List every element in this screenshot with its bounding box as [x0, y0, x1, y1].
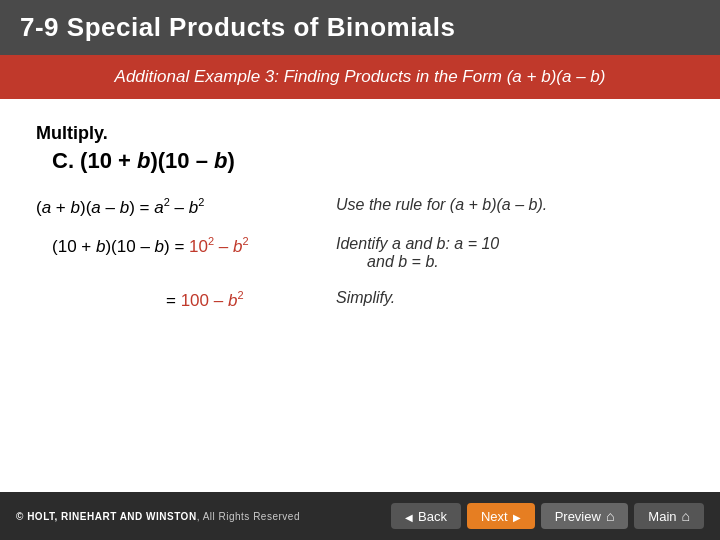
- step-1: (a + b)(a – b) = a2 – b2 Use the rule fo…: [36, 196, 684, 218]
- back-label: Back: [418, 509, 447, 524]
- step-1-note: Use the rule for (a + b)(a – b).: [316, 196, 684, 214]
- main-house-icon: [682, 508, 690, 524]
- main-button[interactable]: Main: [634, 503, 704, 529]
- preview-house-icon: [606, 508, 614, 524]
- multiply-label: Multiply.: [36, 123, 684, 144]
- copyright-text: © HOLT, RINEHART AND WINSTON, All Rights…: [16, 511, 300, 522]
- next-arrow-icon: [513, 509, 521, 524]
- preview-button[interactable]: Preview: [541, 503, 629, 529]
- step-2-math: (10 + b)(10 – b) = 102 – b2: [36, 235, 316, 257]
- preview-label: Preview: [555, 509, 601, 524]
- subheader-bar: Additional Example 3: Finding Products i…: [0, 55, 720, 99]
- step-2-note: Identify a and b: a = 10 and b = b.: [316, 235, 684, 271]
- back-button[interactable]: Back: [391, 503, 461, 529]
- problem-title: C. (10 + b)(10 – b): [36, 148, 684, 174]
- footer-bar: © HOLT, RINEHART AND WINSTON, All Rights…: [0, 492, 720, 540]
- step-3: = 100 – b2 Simplify.: [36, 289, 684, 311]
- header-title: 7-9 Special Products of Binomials: [20, 12, 456, 42]
- page-header: 7-9 Special Products of Binomials: [0, 0, 720, 55]
- next-button[interactable]: Next: [467, 503, 535, 529]
- step-3-note: Simplify.: [316, 289, 684, 307]
- next-label: Next: [481, 509, 508, 524]
- main-content: Multiply. C. (10 + b)(10 – b) (a + b)(a …: [0, 99, 720, 353]
- step-2: (10 + b)(10 – b) = 102 – b2 Identify a a…: [36, 235, 684, 271]
- subheader-text: Additional Example 3: Finding Products i…: [115, 67, 606, 86]
- step-1-math: (a + b)(a – b) = a2 – b2: [36, 196, 316, 218]
- footer-buttons: Back Next Preview Main: [391, 503, 704, 529]
- back-arrow-icon: [405, 509, 413, 524]
- step-3-math: = 100 – b2: [36, 289, 316, 311]
- main-label: Main: [648, 509, 676, 524]
